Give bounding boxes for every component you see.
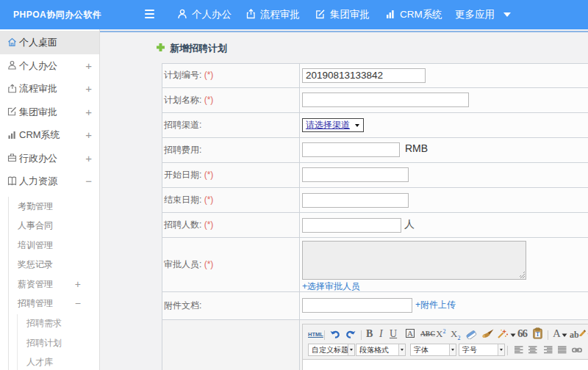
svg-text:T: T [536,331,539,338]
